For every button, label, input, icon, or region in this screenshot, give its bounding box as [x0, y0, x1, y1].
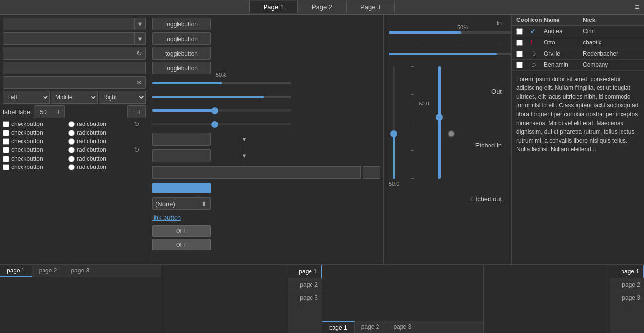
- vscale-2[interactable]: [438, 66, 441, 179]
- nb2-tab-page1[interactable]: page 1: [288, 265, 322, 278]
- spin2-plus[interactable]: +: [136, 108, 142, 116]
- nb2-tab-page3[interactable]: page 3: [288, 291, 322, 304]
- togglebutton-1[interactable]: togglebutton: [152, 18, 211, 30]
- combo-otto[interactable]: Otto ▼: [152, 149, 211, 162]
- nav-tab-page1[interactable]: Page 1: [249, 1, 298, 13]
- hslider-1[interactable]: 50%: [152, 78, 380, 88]
- checkbutton-4: checkbutton: [3, 146, 68, 153]
- cool-orville[interactable]: [516, 51, 523, 57]
- entry-icon-input[interactable]: Click icon to change mode: [6, 50, 134, 57]
- nb1-tab-page2[interactable]: page 2: [32, 265, 65, 277]
- togglebutton-2[interactable]: togglebutton: [152, 32, 211, 45]
- nb1-content: [0, 277, 161, 333]
- vscale-2-thumb[interactable]: [436, 114, 443, 121]
- table-row-otto[interactable]: ! Otto chaotic: [512, 37, 644, 48]
- cool-andrea[interactable]: [516, 28, 523, 35]
- nick-andrea: Cimi: [583, 28, 632, 35]
- notebook-1: page 1 page 2 page 3: [0, 265, 161, 333]
- text-area-panel: Lorem ipsum dolor sit amet, consectetur …: [512, 71, 644, 158]
- combo-andrea-input[interactable]: Andrea: [153, 136, 241, 143]
- nb3-tab-page3[interactable]: page 3: [386, 321, 418, 333]
- hslider-3-thumb[interactable]: [211, 107, 218, 114]
- switch-1[interactable]: OFF: [152, 225, 211, 237]
- align-row: LeftCenterRight MiddleTopBottom RightLef…: [3, 91, 146, 104]
- table-row-benjamin[interactable]: ☺ Benjamin Company: [512, 60, 644, 71]
- nb4-tab-page1[interactable]: page 1: [610, 265, 644, 278]
- slider-50-label: 50%: [216, 72, 226, 78]
- spin2-minus[interactable]: −: [131, 108, 136, 116]
- radiobutton-5: radiobutton: [68, 155, 134, 162]
- cool-benjamin[interactable]: [516, 62, 523, 68]
- notebook-2: page 1 page 2 page 3: [161, 265, 323, 333]
- nav-tab-group: Page 1 Page 2 Page 3: [249, 1, 395, 13]
- comboboxentry-1[interactable]: comboboxentry ▼: [3, 18, 146, 30]
- color-picker-bar[interactable]: [152, 183, 211, 193]
- entry-plain-input[interactable]: entry: [6, 64, 142, 72]
- vscale-1[interactable]: 50.0: [389, 62, 399, 198]
- spin-plus[interactable]: +: [55, 108, 61, 116]
- nav-tab-page3[interactable]: Page 3: [346, 1, 395, 13]
- scale-in-1[interactable]: 50%: [389, 25, 507, 37]
- combo-otto-input[interactable]: Otto: [153, 152, 241, 160]
- comboboxentry-1-input[interactable]: comboboxentry: [3, 21, 134, 28]
- clear-icon[interactable]: ✕: [136, 79, 142, 86]
- togglebutton-4[interactable]: togglebutton: [152, 62, 211, 74]
- vscale-1-thumb[interactable]: [390, 130, 397, 137]
- cool-otto[interactable]: [516, 40, 523, 46]
- combo-andrea[interactable]: Andrea ▼: [152, 133, 211, 146]
- combo-andrea-arrow[interactable]: ▼: [241, 133, 247, 145]
- table-row-orville[interactable]: ☽ Orville Redenbacher: [512, 48, 644, 60]
- font-size-input[interactable]: 12: [363, 166, 380, 179]
- notebook-4: page 1 page 2 page 3: [484, 265, 644, 333]
- label-2: label: [18, 108, 31, 116]
- nb1-tab-page3[interactable]: page 3: [64, 265, 96, 277]
- font-name-input[interactable]: Sans Regular: [152, 166, 361, 179]
- entry-x-input[interactable]: entry: [6, 79, 134, 86]
- comboboxentry-2-input[interactable]: comboboxentry: [3, 35, 134, 42]
- nav-tab-page2[interactable]: Page 2: [298, 1, 346, 13]
- nb4-tab-page2[interactable]: page 2: [610, 278, 644, 291]
- label-1: label: [3, 108, 16, 116]
- nb2-tab-page2[interactable]: page 2: [288, 278, 322, 291]
- radiobutton-4: radiobutton: [68, 146, 134, 153]
- hslider-4-thumb[interactable]: [211, 121, 218, 128]
- align-left-select[interactable]: LeftCenterRight: [3, 91, 50, 104]
- comboboxentry-1-arrow[interactable]: ▼: [134, 18, 145, 30]
- nb4-tab-page3[interactable]: page 3: [610, 291, 644, 304]
- switch-2[interactable]: OFF: [152, 239, 211, 250]
- radiobutton-2: radiobutton: [68, 129, 134, 136]
- entry-plain-row: entry: [3, 62, 146, 74]
- combo-otto-arrow[interactable]: ▼: [241, 150, 247, 162]
- notebook-3: page 1 page 2 page 3: [322, 265, 484, 333]
- menu-icon[interactable]: ≡: [635, 3, 639, 12]
- spin-minus[interactable]: −: [49, 108, 55, 116]
- hslider-4[interactable]: [152, 119, 380, 129]
- checkbutton-6: checkbutton: [3, 164, 68, 170]
- hslider-2[interactable]: [152, 92, 380, 102]
- vscale-3-thumb[interactable]: [448, 130, 455, 137]
- nb3-tab-page1[interactable]: page 1: [322, 321, 355, 333]
- hslider-3-track: [152, 109, 291, 112]
- togglebutton-3[interactable]: togglebutton: [152, 47, 211, 60]
- hslider-3[interactable]: [152, 105, 380, 115]
- center-panel: togglebutton togglebutton togglebutton t…: [149, 15, 384, 264]
- align-right-select[interactable]: RightLeftCenter: [99, 91, 146, 104]
- spinbox-1: 50 − +: [34, 105, 65, 118]
- hscale-out-label: 50.0: [419, 101, 429, 106]
- scale-in-2[interactable]: [389, 52, 507, 56]
- link-button[interactable]: link button: [152, 214, 380, 221]
- comboboxentry-2[interactable]: comboboxentry ▼: [3, 32, 146, 45]
- upload-icon[interactable]: ⬆: [198, 198, 210, 209]
- left-panel: comboboxentry ▼ comboboxentry ▼ Click ic…: [0, 15, 149, 264]
- nb1-tab-page1[interactable]: page 1: [0, 265, 32, 277]
- align-middle-select[interactable]: MiddleTopBottom: [51, 91, 98, 104]
- header-cool: Cool: [516, 17, 530, 23]
- nb3-tab-page2[interactable]: page 2: [355, 321, 387, 333]
- notebook-1-tabs: page 1 page 2 page 3: [0, 265, 161, 277]
- table-row-andrea[interactable]: ✔ Andrea Cimi: [512, 26, 644, 37]
- icon-otto: !: [530, 39, 544, 46]
- refresh-icon[interactable]: ↻: [136, 49, 142, 57]
- icon-andrea: ✔: [530, 27, 544, 35]
- comboboxentry-2-arrow[interactable]: ▼: [134, 33, 145, 44]
- hslider-1-track: [152, 82, 291, 84]
